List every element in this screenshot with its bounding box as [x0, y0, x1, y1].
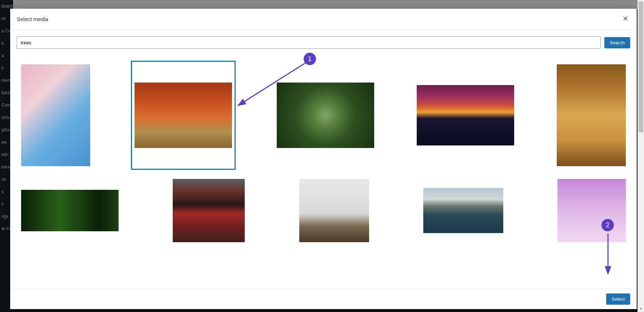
thumb-image — [135, 83, 232, 148]
gallery-row — [21, 179, 626, 242]
annotation-bubble-1: 1 — [304, 53, 316, 65]
media-thumb-autumn-road[interactable] — [133, 63, 234, 168]
modal-footer: Select — [10, 289, 637, 309]
search-row: Search — [10, 30, 637, 55]
scrollbar-thumb[interactable] — [639, 1, 643, 132]
annotation-bubble-2: 2 — [601, 219, 614, 231]
modal-header: Select media — [10, 9, 637, 30]
annotation-arrow-2 — [604, 232, 615, 279]
media-thumb-golden-path[interactable] — [557, 64, 626, 166]
thumb-image — [21, 190, 119, 231]
thumb-image — [557, 64, 626, 166]
thumb-image — [21, 64, 90, 166]
media-thumb-sunset-tree[interactable] — [417, 85, 514, 145]
annotation-arrow-1 — [233, 60, 313, 111]
modal-title: Select media — [17, 16, 48, 22]
media-thumb-mountain-lake[interactable] — [423, 188, 503, 233]
media-thumb-purple-gradient[interactable] — [557, 179, 626, 242]
media-gallery — [10, 55, 637, 289]
select-button[interactable]: Select — [606, 293, 630, 305]
select-media-modal: Select media Search Select — [10, 9, 637, 309]
close-button[interactable] — [621, 14, 630, 24]
media-thumb-misty-forest[interactable] — [299, 179, 369, 242]
media-thumb-red-trees[interactable] — [173, 179, 245, 242]
media-thumb-green-forest[interactable] — [21, 190, 119, 231]
thumb-image — [417, 85, 514, 145]
thumb-image — [423, 188, 503, 233]
gallery-row — [21, 63, 626, 168]
media-thumb-cherry-blossom[interactable] — [21, 64, 90, 166]
close-icon — [622, 17, 629, 23]
page-scrollbar[interactable]: ▴ ▾ — [637, 0, 644, 312]
thumb-image — [173, 179, 245, 242]
thumb-image — [557, 179, 626, 242]
scroll-down-arrow[interactable]: ▾ — [638, 305, 644, 312]
svg-line-2 — [238, 63, 305, 105]
search-input[interactable] — [17, 36, 601, 49]
thumb-image — [299, 179, 369, 242]
search-button[interactable]: Search — [604, 37, 630, 48]
